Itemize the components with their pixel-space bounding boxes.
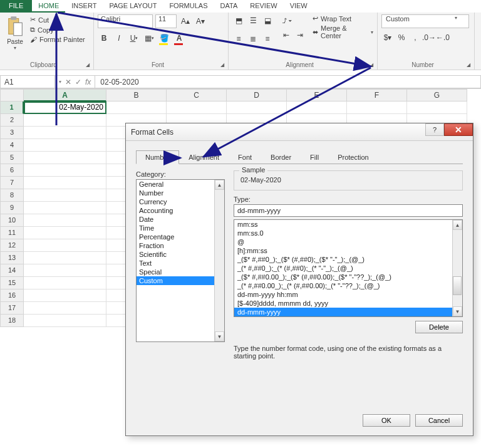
row-header-10[interactable]: 10 bbox=[0, 214, 24, 227]
italic-button[interactable]: I bbox=[113, 32, 125, 44]
cell-A8[interactable] bbox=[24, 189, 106, 202]
scroll-up-icon[interactable]: ▲ bbox=[215, 180, 224, 190]
category-item[interactable]: Number bbox=[137, 189, 224, 197]
type-item[interactable]: mm:ss.0 bbox=[234, 229, 462, 237]
type-item[interactable]: dd-mm-yyyy hh:mm bbox=[234, 290, 462, 299]
row-header-12[interactable]: 12 bbox=[0, 239, 24, 252]
row-header-6[interactable]: 6 bbox=[0, 164, 24, 177]
category-item[interactable]: Date bbox=[137, 215, 224, 224]
scroll-down-icon[interactable]: ▼ bbox=[215, 331, 224, 341]
cell-G1[interactable] bbox=[407, 102, 467, 114]
cancel-button[interactable]: Cancel bbox=[415, 414, 463, 427]
wrap-text-button[interactable]: ↩Wrap Text bbox=[313, 14, 373, 23]
row-header-8[interactable]: 8 bbox=[0, 189, 24, 202]
cell-B1[interactable] bbox=[106, 102, 167, 114]
name-box[interactable]: A1 bbox=[0, 75, 55, 88]
category-item[interactable]: Special bbox=[137, 268, 224, 276]
scroll-up-icon[interactable]: ▲ bbox=[453, 220, 462, 230]
col-header-C[interactable]: C bbox=[167, 89, 227, 102]
cut-button[interactable]: ✂Cut bbox=[30, 16, 85, 24]
row-header-13[interactable]: 13 bbox=[0, 252, 24, 264]
cell-A13[interactable] bbox=[24, 252, 106, 264]
scroll-down-icon[interactable]: ▼ bbox=[453, 306, 462, 316]
increase-decimal-button[interactable]: .0→ bbox=[423, 31, 435, 44]
category-item[interactable]: Scientific bbox=[137, 250, 224, 259]
cell-A5[interactable] bbox=[24, 152, 106, 164]
tab-review[interactable]: REVIEW bbox=[244, 0, 283, 13]
cell-A6[interactable] bbox=[24, 164, 106, 177]
row-header-1[interactable]: 1 bbox=[0, 102, 24, 114]
category-item[interactable]: Percentage bbox=[137, 232, 224, 241]
increase-indent-button[interactable]: ⇥ bbox=[294, 29, 306, 41]
copy-button[interactable]: ⧉Copy▾ bbox=[30, 26, 85, 34]
row-header-7[interactable]: 7 bbox=[0, 177, 24, 189]
type-item[interactable]: [h]:mm:ss bbox=[234, 246, 462, 255]
type-item[interactable]: _(* #,##0.00_);_(* (#,##0.00);_(* "-"??_… bbox=[234, 281, 462, 290]
delete-button[interactable]: Delete bbox=[415, 321, 463, 333]
row-header-16[interactable]: 16 bbox=[0, 289, 24, 302]
border-button[interactable]: ▦▾ bbox=[143, 32, 155, 44]
cell-A11[interactable] bbox=[24, 227, 106, 239]
decrease-decimal-button[interactable]: ←.0 bbox=[437, 31, 449, 44]
col-header-B[interactable]: B bbox=[106, 89, 167, 102]
align-left-button[interactable]: ≡ bbox=[232, 33, 245, 45]
dialog-help-button[interactable]: ? bbox=[425, 123, 444, 136]
align-center-button[interactable]: ≣ bbox=[247, 33, 259, 45]
increase-font-button[interactable]: A▴ bbox=[179, 15, 192, 28]
row-header-5[interactable]: 5 bbox=[0, 152, 24, 164]
alignment-launcher[interactable]: ◢ bbox=[370, 62, 376, 68]
fb-dropdown[interactable]: ▾ bbox=[59, 79, 61, 85]
orientation-button[interactable]: ⭜▾ bbox=[280, 14, 292, 27]
row-header-14[interactable]: 14 bbox=[0, 264, 24, 277]
font-launcher[interactable]: ◢ bbox=[220, 62, 227, 68]
type-item[interactable]: @ bbox=[234, 237, 462, 246]
dialog-close-button[interactable]: ✕ bbox=[444, 123, 473, 136]
decrease-indent-button[interactable]: ⇤ bbox=[280, 29, 292, 41]
cell-A4[interactable] bbox=[24, 139, 106, 152]
cell-A3[interactable] bbox=[24, 127, 106, 139]
cell-A2[interactable] bbox=[24, 114, 106, 127]
row-header-17[interactable]: 17 bbox=[0, 302, 24, 315]
type-item[interactable]: _($* #,##0.00_);_($* (#,##0.00);_($* "-"… bbox=[234, 273, 462, 281]
fill-color-button[interactable]: 🪣 bbox=[158, 32, 170, 44]
bold-button[interactable]: B bbox=[98, 32, 110, 44]
fb-enter[interactable]: ✓ bbox=[75, 78, 81, 86]
cell-A18[interactable] bbox=[24, 315, 106, 327]
ok-button[interactable]: OK bbox=[363, 414, 410, 427]
tab-view[interactable]: VIEW bbox=[284, 0, 314, 13]
col-header-D[interactable]: D bbox=[227, 89, 287, 102]
type-item[interactable]: _($* #,##0_);_($* (#,##0);_($* "-"_);_(@… bbox=[234, 255, 462, 264]
category-item[interactable]: Time bbox=[137, 224, 224, 232]
dialog-tab-number[interactable]: Number bbox=[136, 150, 179, 164]
underline-button[interactable]: U▾ bbox=[128, 32, 140, 44]
cell-A1[interactable]: 02-May-2020 bbox=[24, 102, 106, 114]
font-color-button[interactable]: A bbox=[173, 32, 185, 44]
tab-page-layout[interactable]: PAGE LAYOUT bbox=[103, 0, 163, 13]
cell-C1[interactable] bbox=[167, 102, 227, 114]
align-top-button[interactable]: ⬒ bbox=[232, 14, 245, 27]
row-header-15[interactable]: 15 bbox=[0, 277, 24, 289]
font-name-select[interactable]: Calibri bbox=[98, 14, 153, 28]
tab-file[interactable]: FILE bbox=[0, 0, 32, 13]
category-item[interactable]: Currency bbox=[137, 197, 224, 206]
tab-formulas[interactable]: FORMULAS bbox=[163, 0, 214, 13]
col-header-E[interactable]: E bbox=[287, 89, 347, 102]
tab-home[interactable]: HOME bbox=[32, 0, 65, 13]
align-middle-button[interactable]: ☰ bbox=[247, 14, 259, 27]
category-item[interactable]: Accounting bbox=[137, 206, 224, 215]
comma-button[interactable]: , bbox=[409, 31, 422, 44]
clipboard-launcher[interactable]: ◢ bbox=[86, 62, 92, 68]
cell-D1[interactable] bbox=[227, 102, 287, 114]
tab-insert[interactable]: INSERT bbox=[65, 0, 103, 13]
align-right-button[interactable]: ≡ bbox=[261, 33, 274, 45]
select-all-corner[interactable] bbox=[0, 89, 24, 102]
category-item[interactable]: Custom bbox=[137, 276, 224, 285]
tab-data[interactable]: DATA bbox=[214, 0, 244, 13]
number-launcher[interactable]: ◢ bbox=[467, 62, 473, 68]
cell-F1[interactable] bbox=[347, 102, 407, 114]
dialog-tab-border[interactable]: Border bbox=[261, 150, 301, 164]
format-painter-button[interactable]: 🖌Format Painter bbox=[30, 36, 85, 43]
fb-cancel[interactable]: ✕ bbox=[65, 78, 71, 86]
formula-input[interactable]: 02-05-2020 bbox=[95, 75, 481, 88]
type-item[interactable]: _(* #,##0_);_(* (#,##0);_(* "-"_);_(@_) bbox=[234, 264, 462, 273]
